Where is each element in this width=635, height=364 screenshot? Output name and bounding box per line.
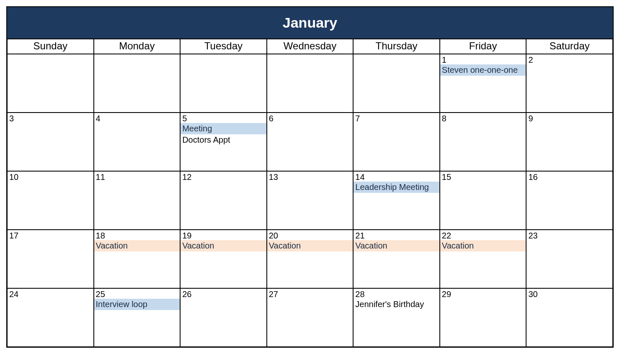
day-cell[interactable]: 5MeetingDoctors Appt — [180, 113, 267, 171]
day-number: 4 — [94, 113, 180, 123]
day-cell[interactable]: 24 — [7, 288, 94, 347]
day-cell[interactable]: 4 — [94, 113, 181, 171]
day-cell[interactable]: 14Leadership Meeting — [353, 171, 440, 230]
day-cell[interactable]: 29 — [440, 288, 527, 347]
day-cell[interactable]: 25Interview loop — [94, 288, 181, 347]
calendar-event[interactable]: Meeting — [181, 123, 266, 134]
day-number: 30 — [527, 289, 612, 299]
day-cell[interactable]: 1Steven one-one-one — [440, 54, 527, 113]
day-number: 5 — [181, 113, 266, 123]
day-cell[interactable]: 27 — [267, 288, 354, 347]
calendar-week: 1718Vacation19Vacation20Vacation21Vacati… — [7, 230, 613, 288]
day-number — [94, 54, 180, 55]
day-header-wednesday: Wednesday — [267, 38, 354, 54]
day-header-saturday: Saturday — [526, 38, 613, 54]
day-cell[interactable]: 23 — [526, 230, 613, 288]
day-number: 28 — [354, 289, 439, 299]
calendar-week: 345MeetingDoctors Appt6789 — [7, 113, 613, 171]
day-number: 24 — [8, 289, 93, 299]
day-number: 26 — [181, 289, 266, 299]
day-header-tuesday: Tuesday — [180, 38, 267, 54]
calendar-week: 2425Interview loop262728Jennifer's Birth… — [7, 288, 613, 347]
day-number — [181, 54, 266, 55]
day-cell[interactable]: 6 — [267, 113, 354, 171]
day-cell[interactable] — [7, 54, 94, 113]
day-cell[interactable]: 8 — [440, 113, 527, 171]
day-number: 19 — [181, 230, 266, 240]
calendar-event[interactable]: Jennifer's Birthday — [354, 299, 439, 310]
calendar-event[interactable]: Vacation — [440, 240, 526, 251]
day-number: 29 — [440, 289, 526, 299]
day-headers-row: Sunday Monday Tuesday Wednesday Thursday… — [7, 38, 613, 54]
calendar-event[interactable]: Vacation — [181, 240, 266, 251]
calendar: January Sunday Monday Tuesday Wednesday … — [6, 6, 614, 348]
day-number: 16 — [527, 172, 612, 182]
calendar-event[interactable]: Vacation — [354, 240, 439, 251]
day-cell[interactable]: 15 — [440, 171, 527, 230]
day-number: 14 — [354, 172, 439, 182]
day-number: 8 — [440, 113, 526, 123]
day-number: 13 — [267, 172, 353, 182]
calendar-week: 1Steven one-one-one2 — [7, 54, 613, 113]
day-number — [354, 54, 439, 55]
day-number: 20 — [267, 230, 353, 240]
day-number: 10 — [8, 172, 93, 182]
day-cell[interactable]: 2 — [526, 54, 613, 113]
day-cell[interactable]: 7 — [353, 113, 440, 171]
day-cell[interactable]: 22Vacation — [440, 230, 527, 288]
day-number: 12 — [181, 172, 266, 182]
day-cell[interactable]: 17 — [7, 230, 94, 288]
day-cell[interactable]: 3 — [7, 113, 94, 171]
day-cell[interactable]: 10 — [7, 171, 94, 230]
day-cell[interactable]: 16 — [526, 171, 613, 230]
day-number: 11 — [94, 172, 180, 182]
calendar-event[interactable]: Vacation — [94, 240, 180, 251]
day-number: 17 — [8, 230, 93, 240]
calendar-event[interactable]: Steven one-one-one — [440, 64, 526, 76]
calendar-event[interactable]: Doctors Appt — [181, 134, 266, 146]
day-cell[interactable] — [94, 54, 181, 113]
day-number — [8, 54, 93, 55]
month-title: January — [7, 7, 613, 38]
day-number: 22 — [440, 230, 526, 240]
day-number: 15 — [440, 172, 526, 182]
day-number: 9 — [527, 113, 612, 123]
calendar-event[interactable]: Interview loop — [94, 299, 180, 310]
day-cell[interactable]: 13 — [267, 171, 354, 230]
day-cell[interactable]: 20Vacation — [267, 230, 354, 288]
day-number: 18 — [94, 230, 180, 240]
day-number: 1 — [440, 54, 526, 64]
calendar-weeks: 1Steven one-one-one2345MeetingDoctors Ap… — [7, 54, 613, 347]
day-cell[interactable]: 30 — [526, 288, 613, 347]
day-cell[interactable]: 18Vacation — [94, 230, 181, 288]
day-cell[interactable]: 28Jennifer's Birthday — [353, 288, 440, 347]
day-number: 23 — [527, 230, 612, 240]
calendar-event[interactable]: Leadership Meeting — [354, 182, 439, 193]
day-header-sunday: Sunday — [7, 38, 94, 54]
day-number: 6 — [267, 113, 353, 123]
day-number — [267, 54, 353, 55]
day-number: 3 — [8, 113, 93, 123]
calendar-week: 1011121314Leadership Meeting1516 — [7, 171, 613, 230]
day-header-friday: Friday — [440, 38, 527, 54]
day-header-monday: Monday — [94, 38, 181, 54]
day-header-thursday: Thursday — [353, 38, 440, 54]
day-number: 25 — [94, 289, 180, 299]
day-number: 21 — [354, 230, 439, 240]
day-cell[interactable]: 19Vacation — [180, 230, 267, 288]
day-cell[interactable] — [267, 54, 354, 113]
day-cell[interactable]: 9 — [526, 113, 613, 171]
day-cell[interactable]: 12 — [180, 171, 267, 230]
day-number: 7 — [354, 113, 439, 123]
day-number: 2 — [527, 54, 612, 64]
day-cell[interactable]: 11 — [94, 171, 181, 230]
day-cell[interactable]: 21Vacation — [353, 230, 440, 288]
day-number: 27 — [267, 289, 353, 299]
day-cell[interactable] — [353, 54, 440, 113]
day-cell[interactable]: 26 — [180, 288, 267, 347]
day-cell[interactable] — [180, 54, 267, 113]
calendar-event[interactable]: Vacation — [267, 240, 353, 251]
